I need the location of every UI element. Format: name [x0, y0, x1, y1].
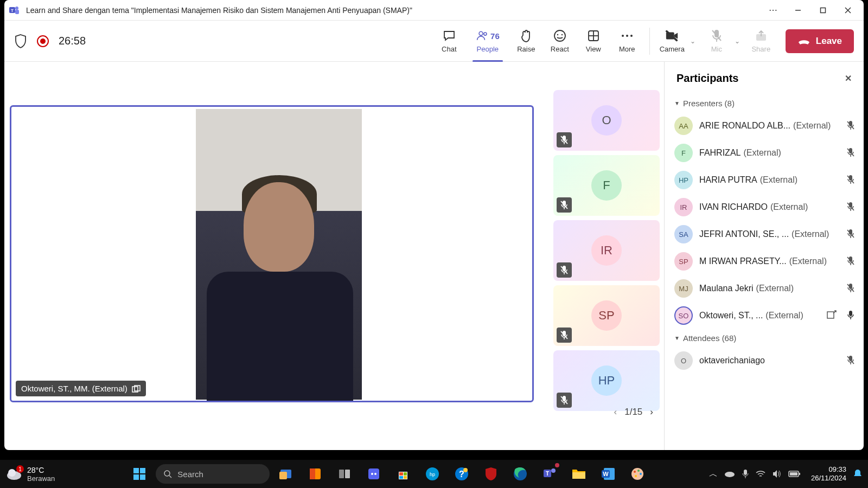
tray-battery-icon[interactable]	[788, 471, 800, 477]
participant-row[interactable]: HP HARIA PUTRA (External)	[672, 166, 859, 194]
avatar: SP	[591, 300, 622, 331]
taskbar-app-3[interactable]	[361, 463, 387, 485]
weather-widget[interactable]: 1 28°C Berawan	[5, 466, 55, 483]
svg-point-18	[630, 35, 633, 37]
participant-name: ARIE RONALDO ALB... (External)	[699, 121, 838, 131]
avatar: O	[591, 105, 622, 136]
participant-name: Maulana Jekri (External)	[699, 284, 838, 293]
video-stage: Oktoweri, ST., MM. (External) O F IR SP …	[4, 62, 664, 450]
participant-row[interactable]: SA JEFRI ANTONI, SE., ... (External)	[672, 221, 859, 248]
share-button[interactable]: Share	[744, 24, 778, 59]
svg-point-70	[371, 473, 373, 475]
attendees-section-header[interactable]: ▼ Attendees (68)	[672, 329, 859, 347]
speaker-video-feed	[196, 109, 362, 400]
taskbar-app-2[interactable]	[302, 463, 328, 485]
tile-pager: ‹ 1/15 ›	[614, 407, 653, 418]
pager-prev-icon[interactable]: ‹	[614, 407, 617, 418]
participant-tile[interactable]: IR	[553, 220, 660, 281]
svg-point-8	[479, 31, 483, 35]
close-panel-icon[interactable]: ✕	[845, 73, 852, 84]
svg-rect-96	[744, 470, 747, 475]
view-button[interactable]: View	[577, 24, 610, 59]
tray-notifications-icon[interactable]	[853, 468, 863, 479]
privacy-shield-icon[interactable]	[14, 34, 27, 49]
mic-button[interactable]: Mic	[700, 24, 733, 59]
chat-button[interactable]: Chat	[432, 24, 466, 59]
people-button[interactable]: 76 People	[466, 24, 509, 59]
participant-row[interactable]: IR IVAN RICHARDO (External)	[672, 194, 859, 221]
leave-button[interactable]: Leave	[786, 29, 854, 53]
maximize-icon[interactable]	[810, 0, 835, 21]
taskbar-help[interactable]: ?	[449, 463, 475, 485]
minimize-icon[interactable]	[786, 0, 810, 21]
tray-onedrive-icon[interactable]	[724, 470, 735, 478]
taskbar-word[interactable]: W	[595, 463, 621, 485]
participant-tile[interactable]: O	[553, 90, 660, 151]
mic-muted-icon	[846, 355, 857, 366]
taskbar: 1 28°C Berawan Search hp ? T W ︿ 09:33 2…	[0, 460, 868, 488]
avatar: HP	[591, 365, 622, 396]
mic-off-icon	[710, 29, 724, 43]
svg-rect-60	[140, 474, 145, 480]
collapse-icon: ▼	[674, 335, 680, 341]
svg-rect-5	[821, 8, 826, 12]
svg-point-71	[374, 473, 376, 475]
main-speaker-video[interactable]: Oktoweri, ST., MM. (External)	[10, 105, 534, 402]
tray-mic-icon[interactable]	[742, 469, 749, 479]
react-icon	[553, 29, 567, 43]
avatar: O	[674, 351, 693, 370]
tray-volume-icon[interactable]	[772, 470, 782, 478]
mic-chevron-icon[interactable]: ⌄	[735, 37, 740, 45]
participant-name: oktaverichaniago	[699, 356, 838, 365]
taskbar-app-1[interactable]	[273, 463, 299, 485]
taskbar-store[interactable]	[390, 463, 416, 485]
tray-wifi-icon[interactable]	[756, 470, 765, 478]
tray-chevron-icon[interactable]: ︿	[709, 468, 718, 480]
close-icon[interactable]	[835, 0, 860, 21]
system-tray: ︿ 09:33 26/11/2024	[709, 465, 863, 483]
participant-tile[interactable]: SP	[553, 285, 660, 346]
mic-on-icon	[846, 310, 857, 321]
participant-row[interactable]: SP M IRWAN PRASETY... (External)	[672, 248, 859, 275]
taskbar-explorer[interactable]	[566, 463, 592, 485]
taskbar-mcafee[interactable]	[478, 463, 504, 485]
more-window-icon[interactable]: ⋯	[761, 0, 786, 21]
raise-hand-icon	[519, 29, 533, 43]
start-button[interactable]	[126, 463, 152, 485]
taskbar-teams[interactable]: T	[537, 463, 563, 485]
more-button[interactable]: More	[610, 24, 644, 59]
camera-chevron-icon[interactable]: ⌄	[690, 37, 695, 45]
avatar: AA	[674, 117, 693, 135]
taskbar-edge[interactable]	[507, 463, 533, 485]
raise-button[interactable]: Raise	[509, 24, 543, 59]
svg-line-62	[169, 476, 171, 478]
recording-icon[interactable]	[37, 35, 49, 47]
participant-tile[interactable]: F	[553, 155, 660, 216]
svg-rect-99	[790, 472, 797, 476]
svg-rect-66	[310, 468, 315, 479]
camera-button[interactable]: Camera	[655, 24, 689, 59]
avatar: IR	[674, 198, 693, 216]
presenters-section-header[interactable]: ▼ Presenters (8)	[672, 94, 859, 112]
participant-name: Oktoweri, ST., ... (External)	[699, 311, 818, 320]
tray-clock[interactable]: 09:33 26/11/2024	[811, 465, 846, 483]
pager-next-icon[interactable]: ›	[650, 407, 653, 418]
participant-row[interactable]: AA ARIE RONALDO ALB... (External)	[672, 112, 859, 139]
taskbar-search[interactable]: Search	[156, 464, 270, 484]
svg-rect-75	[399, 476, 403, 479]
popout-icon[interactable]	[132, 385, 141, 393]
svg-rect-58	[140, 468, 145, 473]
react-button[interactable]: React	[543, 24, 577, 59]
taskbar-hp[interactable]: hp	[419, 463, 445, 485]
participant-tile[interactable]: HP	[553, 350, 660, 411]
taskbar-taskview[interactable]	[331, 463, 358, 485]
participant-row[interactable]: F FAHRIZAL (External)	[672, 139, 859, 166]
svg-point-95	[725, 472, 735, 477]
taskbar-paint[interactable]	[624, 463, 650, 485]
participant-row[interactable]: O oktaverichaniago	[672, 347, 859, 374]
mute-icon	[557, 262, 572, 278]
participant-row[interactable]: SO Oktoweri, ST., ... (External)	[672, 302, 859, 329]
mute-icon	[557, 393, 572, 408]
svg-point-9	[484, 33, 487, 35]
participant-row[interactable]: MJ Maulana Jekri (External)	[672, 275, 859, 302]
